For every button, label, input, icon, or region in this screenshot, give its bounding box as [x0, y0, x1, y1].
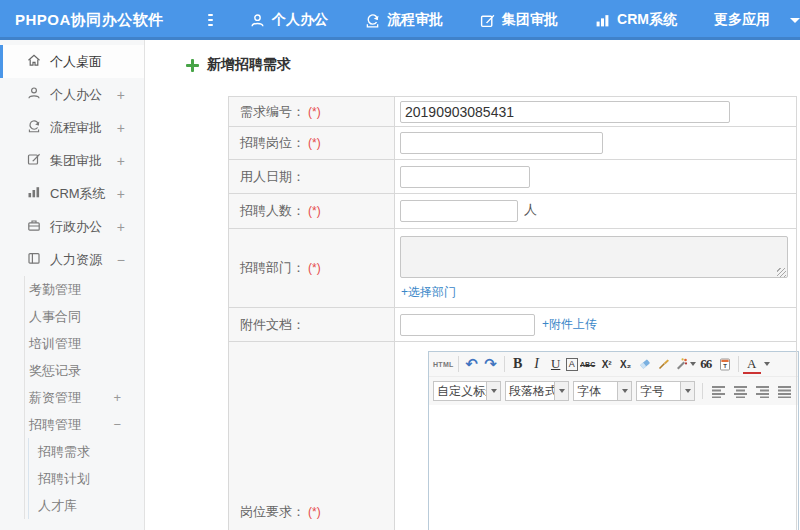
headcount-input[interactable]	[400, 200, 518, 222]
required-mark: (*)	[308, 136, 321, 150]
editor-toolbar-row1: HTML ↶ ↷ B I U A ABC X² X₂	[429, 352, 798, 377]
font-family-select[interactable]: 字体	[573, 381, 632, 401]
align-justify-icon[interactable]	[776, 382, 794, 401]
hire-date-input[interactable]	[400, 166, 530, 188]
nav-group-approval[interactable]: 集团审批	[480, 11, 558, 29]
form-row-hire-date: 用人日期：	[229, 160, 797, 194]
html-source-button[interactable]: HTML	[433, 355, 454, 374]
italic-button[interactable]: I	[528, 355, 546, 374]
caret-down-icon	[690, 362, 696, 366]
sidebar-item-crm-system[interactable]: CRM系统 +	[0, 177, 144, 210]
editor-content-area[interactable]	[429, 405, 798, 530]
sidebar-item-training[interactable]: 培训管理	[25, 330, 144, 357]
sidebar-item-personal-office[interactable]: 个人办公 +	[0, 78, 144, 111]
bar-chart-icon	[27, 185, 41, 202]
caret-down-icon	[554, 382, 568, 400]
expand-minus[interactable]: −	[117, 252, 125, 268]
expand-plus[interactable]: +	[117, 87, 125, 103]
sidebar: 个人桌面 个人办公 + 流程审批 + 集团审批 + CRM系统 + 行政办公 +…	[0, 40, 145, 530]
user-icon	[250, 13, 265, 28]
caret-down-icon	[680, 382, 694, 400]
align-right-icon[interactable]	[754, 382, 772, 401]
blockquote-button[interactable]: 66	[697, 355, 715, 374]
req-no-input[interactable]	[400, 101, 730, 123]
sidebar-item-admin-office[interactable]: 行政办公 +	[0, 210, 144, 243]
nav-workflow-approval[interactable]: 流程审批	[365, 11, 443, 29]
redo-icon[interactable]: ↷	[482, 355, 500, 374]
briefcase-icon	[27, 218, 41, 235]
expand-minus[interactable]: −	[113, 417, 121, 432]
form-row-requirements: 岗位要求：(*) HTML ↶ ↷ B I U A ABC X²	[229, 342, 797, 530]
underline-button[interactable]: U	[547, 355, 565, 374]
caret-down-icon	[486, 382, 500, 400]
form-row-department: 招聘部门：(*) +选择部门	[229, 229, 797, 308]
caret-down-icon	[764, 362, 770, 366]
required-mark: (*)	[308, 204, 321, 218]
nav-personal-office[interactable]: 个人办公	[250, 11, 328, 29]
department-textarea[interactable]	[400, 236, 788, 278]
field-label: 岗位要求：	[240, 504, 305, 519]
superscript-button[interactable]: X²	[598, 355, 616, 374]
recruitment-form: 需求编号：(*) 招聘岗位：(*) 用人日期： 招聘人数：(*) 人 招聘部门：…	[228, 96, 797, 530]
caret-down-icon	[790, 18, 800, 23]
select-department-link[interactable]: +选择部门	[401, 284, 796, 301]
format-brush-icon[interactable]	[655, 355, 673, 374]
align-center-icon[interactable]	[732, 382, 750, 401]
required-mark: (*)	[308, 261, 321, 275]
history-icon	[365, 13, 380, 28]
sidebar-item-recruit-mgmt[interactable]: 招聘管理−	[25, 411, 144, 438]
sidebar-item-salary[interactable]: 薪资管理+	[25, 384, 144, 411]
sidebar-item-rewards[interactable]: 奖惩记录	[25, 357, 144, 384]
paragraph-format-select[interactable]: 段落格式	[505, 381, 569, 401]
bold-button[interactable]: B	[509, 355, 527, 374]
align-left-icon[interactable]	[710, 382, 728, 401]
headcount-unit: 人	[524, 202, 537, 217]
sidebar-item-recruit-demand[interactable]: 招聘需求	[29, 438, 144, 465]
main-content: 新增招聘需求 需求编号：(*) 招聘岗位：(*) 用人日期： 招聘人数：(*) …	[146, 40, 800, 530]
form-row-headcount: 招聘人数：(*) 人	[229, 194, 797, 229]
expand-plus[interactable]: +	[117, 186, 125, 202]
sidebar-item-hr-contract[interactable]: 人事合同	[25, 303, 144, 330]
expand-plus[interactable]: +	[117, 219, 125, 235]
sidebar-item-human-resources[interactable]: 人力资源 −	[0, 243, 144, 276]
field-label: 招聘人数：	[240, 203, 305, 218]
toolbar-divider	[504, 356, 505, 372]
nav-crm-system[interactable]: CRM系统	[595, 11, 677, 29]
font-border-button[interactable]: A	[566, 358, 578, 371]
undo-icon[interactable]: ↶	[463, 355, 481, 374]
font-color-button[interactable]: A	[743, 355, 761, 374]
form-row-req-no: 需求编号：(*)	[229, 97, 797, 127]
toolbar-divider	[702, 383, 703, 399]
subscript-button[interactable]: X₂	[617, 355, 635, 374]
sidebar-item-workflow-approval[interactable]: 流程审批 +	[0, 111, 144, 144]
font-size-select[interactable]: 字号	[636, 381, 695, 401]
hr-submenu: 考勤管理 人事合同 培训管理 奖惩记录 薪资管理+ 招聘管理− 招聘需求 招聘计…	[24, 276, 144, 519]
expand-plus[interactable]: +	[117, 153, 125, 169]
top-navbar: PHPOA协同办公软件 个人办公 流程审批 集团审批 CRM系统 更多应用	[0, 0, 800, 40]
rich-text-editor: HTML ↶ ↷ B I U A ABC X² X₂	[428, 351, 799, 530]
paste-icon[interactable]: T	[716, 355, 734, 374]
sidebar-item-attendance[interactable]: 考勤管理	[25, 276, 144, 303]
department-textarea-wrap	[400, 236, 788, 281]
edit-icon	[480, 13, 495, 28]
field-label: 需求编号：	[240, 104, 305, 119]
nav-more-apps[interactable]: 更多应用	[714, 11, 800, 29]
expand-plus[interactable]: +	[117, 120, 125, 136]
expand-plus[interactable]: +	[113, 390, 121, 405]
attachment-input[interactable]	[400, 314, 535, 336]
field-label: 附件文档：	[240, 317, 305, 332]
eraser-icon[interactable]	[636, 355, 654, 374]
edit-icon	[27, 152, 41, 169]
sidebar-item-recruit-plan[interactable]: 招聘计划	[29, 465, 144, 492]
position-input[interactable]	[400, 132, 603, 154]
home-icon	[27, 53, 41, 70]
attachment-upload-link[interactable]: +附件上传	[542, 317, 597, 331]
sidebar-item-personal-desktop[interactable]: 个人桌面	[0, 45, 144, 78]
highlight-pen-icon[interactable]	[674, 355, 696, 374]
sidebar-item-talent-pool[interactable]: 人才库	[29, 492, 144, 519]
strikethrough-button[interactable]: ABC	[579, 355, 597, 374]
sidebar-item-group-approval[interactable]: 集团审批 +	[0, 144, 144, 177]
svg-text:T: T	[723, 363, 727, 369]
custom-title-select[interactable]: 自定义标题	[433, 381, 501, 401]
menu-toggle-icon[interactable]	[208, 14, 213, 26]
